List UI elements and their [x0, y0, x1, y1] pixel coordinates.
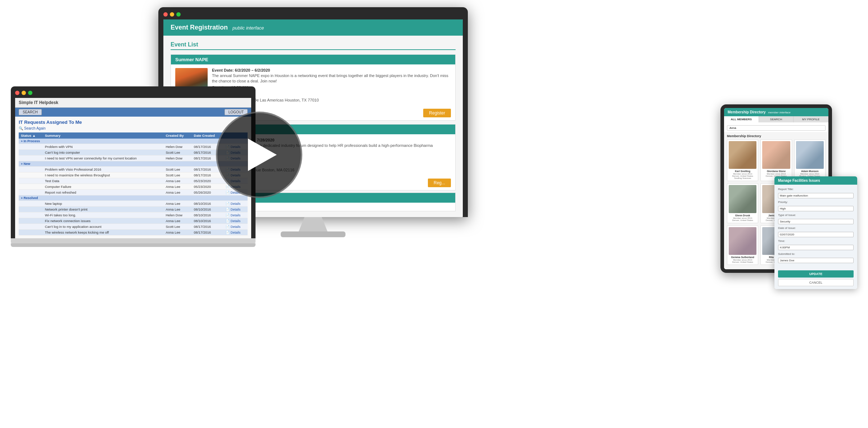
mf-time-input[interactable]: [778, 245, 854, 250]
laptop-traffic-lights: [15, 91, 251, 95]
laptop-close-dot[interactable]: [15, 91, 19, 95]
table-row: Test Data Anna Lee 05/23/2020 📄 Details: [19, 178, 248, 184]
row-date: 08/10/2016: [192, 212, 224, 218]
col-status: Status ▲: [19, 132, 43, 139]
register-button-1[interactable]: Register: [423, 109, 451, 117]
member-name-karl: Karl Snelling: [729, 170, 756, 172]
col-date: Date Created: [192, 132, 224, 139]
helpdesk-search-btn[interactable]: SEARCH: [19, 109, 42, 115]
mf-submitted-input[interactable]: [778, 258, 854, 263]
table-row: Can't log in to my application account S…: [19, 224, 248, 230]
minimize-button-dot[interactable]: [170, 12, 174, 17]
row-summary: Problem with VPN: [43, 144, 164, 150]
member-card-giordana: Giordana Stone Member since 2013Denver, …: [760, 139, 792, 181]
section-in-process: » In Process: [19, 139, 248, 144]
tab-all-members[interactable]: ALL MEMBERS: [724, 116, 759, 122]
row-created-by: Anna Lee: [163, 190, 191, 195]
table-row: Report not refreshed Anna Lee 05/26/2020…: [19, 190, 248, 195]
md-heading: Membership Directory: [727, 134, 826, 138]
member-avatar-giordana: [762, 141, 790, 169]
mf-header: Manage Facilities Issues: [774, 176, 857, 185]
table-row: I need to test VPN server connectivity f…: [19, 156, 248, 161]
mf-update-button[interactable]: UPDATE: [778, 270, 854, 278]
mf-report-title-input[interactable]: [778, 193, 854, 198]
table-row: New laptop Anna Lee 08/10/2016 📄 Details: [19, 201, 248, 207]
md-search-input[interactable]: [727, 125, 826, 131]
member-card-gemma: Gemma Sutherland Member since 2013Denver…: [727, 225, 758, 265]
register-button-2[interactable]: Reg...: [428, 179, 451, 187]
row-summary: The wireless network keeps kicking me of…: [43, 230, 164, 235]
helpdesk-search-again[interactable]: 🔍 Search Again: [19, 126, 248, 130]
event-1-desc: The annual Summer NAPE expo in Houston i…: [212, 73, 451, 84]
mf-type-input[interactable]: [778, 219, 854, 224]
row-summary: Wi-Fi takes too long.: [43, 212, 164, 218]
member-avatar-adam: [796, 141, 824, 169]
play-icon: [248, 139, 277, 171]
laptop-maximize-dot[interactable]: [28, 91, 32, 95]
row-date: 05/23/2020: [192, 184, 224, 190]
helpdesk-page-title: IT Requests Assigned To Me: [19, 120, 248, 125]
row-date: 08/10/2016: [192, 201, 224, 207]
row-created-by: Scott Lee: [163, 224, 191, 230]
details-link[interactable]: 📄 Details: [226, 231, 240, 234]
md-app-header: Membership Directory member interface: [724, 108, 828, 116]
table-header-row: Status ▲ Summary Created By Date Created: [19, 132, 248, 139]
md-title: Membership Directory: [728, 110, 766, 114]
er-subtitle: public interface: [232, 25, 264, 31]
row-summary: Report not refreshed: [43, 190, 164, 195]
row-created-by: Anna Lee: [163, 207, 191, 212]
mf-submitted-label: Submitted to:: [778, 252, 854, 256]
mf-priority-input[interactable]: [778, 206, 854, 211]
mf-priority-label: Priority:: [778, 201, 854, 204]
laptop-screen: Simple IT Helpdesk SEARCH LOGOUT IT Requ…: [15, 98, 251, 238]
member-info-gemma: Member since 2013Denver, United States: [729, 259, 756, 263]
col-created-by: Created By: [163, 132, 191, 139]
mf-date-label: Date of Issue:: [778, 226, 854, 230]
mf-report-title-field: Report Title:: [778, 188, 854, 198]
member-info-glenn: Member since 2013Denver, United States: [729, 217, 756, 221]
mf-type-field: Type of Issue:: [778, 213, 854, 224]
row-date: 08/17/2016: [192, 230, 224, 235]
member-name-giordana: Giordana Stone: [762, 170, 790, 172]
mf-submitted-field: Submitted to:: [778, 252, 854, 263]
details-link[interactable]: 📄 Details: [226, 213, 240, 217]
row-created-by: Scott Lee: [163, 172, 191, 178]
row-summary: I need to test VPN server connectivity f…: [43, 156, 164, 161]
row-created-by: Anna Lee: [163, 230, 191, 235]
event-card-1-header: Summer NAPE: [171, 55, 455, 64]
details-link[interactable]: 📄 Details: [226, 225, 240, 229]
laptop-base: [11, 243, 256, 247]
row-created-by: Anna Lee: [163, 218, 191, 224]
mf-date-input[interactable]: [778, 232, 854, 237]
maximize-button-dot[interactable]: [176, 12, 181, 17]
mf-footer: UPDATE CANCEL: [774, 268, 857, 289]
details-link[interactable]: 📄 Details: [226, 208, 240, 211]
table-row: Network printer doesn't print Anna Lee 0…: [19, 207, 248, 212]
er-event-list-heading: Event List: [171, 41, 456, 50]
row-created-by: Helen Dow: [163, 156, 191, 161]
md-subtitle: member interface: [768, 111, 790, 114]
member-name-gemma: Gemma Sutherland: [729, 256, 756, 258]
section-new: » New: [19, 161, 248, 167]
member-avatar-gemma: [729, 227, 756, 255]
er-app-header: Event Registration public interface: [163, 19, 463, 36]
mf-cancel-button[interactable]: CANCEL: [778, 279, 854, 286]
details-link[interactable]: 📄 Details: [226, 202, 240, 206]
tab-search[interactable]: SEARCH: [759, 116, 794, 122]
video-play-button[interactable]: [216, 112, 302, 198]
scene: Event Registration public interface Even…: [0, 0, 868, 428]
row-date: 08/10/2016: [192, 218, 224, 224]
row-created-by: Scott Lee: [163, 167, 191, 172]
close-button-dot[interactable]: [163, 12, 168, 17]
details-link[interactable]: 📄 Details: [226, 219, 240, 223]
mf-date-field: Date of Issue:: [778, 226, 854, 237]
row-created-by: Anna Lee: [163, 184, 191, 190]
row-summary: Network printer doesn't print: [43, 207, 164, 212]
laptop-minimize-dot[interactable]: [22, 91, 26, 95]
tab-my-profile[interactable]: MY PROFILE: [794, 116, 828, 122]
row-summary: Test Data: [43, 178, 164, 184]
row-summary: Can't log into computer: [43, 150, 164, 156]
row-date: 05/26/2020: [192, 190, 224, 195]
mf-priority-field: Priority:: [778, 201, 854, 211]
event-1-date: Event Date: 6/2/2020 – 6/2/2020: [212, 68, 451, 72]
